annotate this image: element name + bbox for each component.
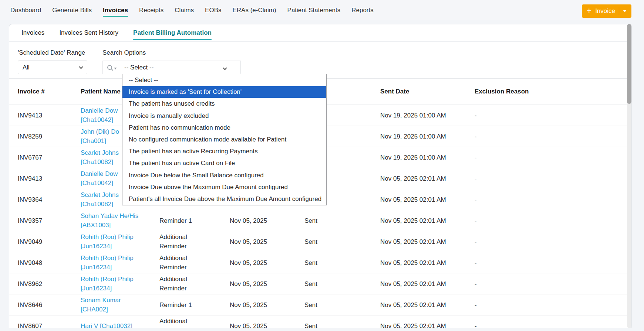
status-cell: Sent	[304, 237, 380, 246]
dropdown-option[interactable]: Invoice Due above the Maximum Due Amount…	[122, 181, 326, 193]
exclusion-reason-cell: -	[475, 153, 631, 162]
sub-tabs: InvoicesInvoices Sent HistoryPatient Bil…	[9, 24, 631, 42]
table-row: INV9357Sohan Yadav He/His [ABX1003]Remin…	[9, 210, 631, 231]
chevron-down-icon	[79, 65, 83, 69]
dropdown-option[interactable]: Invoice Due below the Small Balance conf…	[122, 170, 326, 181]
exclusion-reason-cell: -	[475, 279, 631, 289]
sent-date-cell: Nov 05, 2025 02:01 AM	[380, 174, 475, 183]
chevron-down-icon	[223, 66, 227, 70]
nav-item-dashboard[interactable]: Dashboard	[10, 7, 41, 14]
dropdown-option[interactable]: Invoice is marked as 'Sent for Collectio…	[122, 86, 326, 98]
dropdown-option[interactable]: Patient's all Invoice Due above the Maxi…	[122, 193, 326, 205]
sent-date-cell: Nov 19, 2025 01:00 AM	[380, 153, 475, 162]
invoice-number-cell: INV6767	[18, 153, 81, 162]
sent-date-cell: Nov 05, 2025 02:01 AM	[380, 279, 475, 289]
search-options-select[interactable]: -- Select --	[102, 61, 241, 74]
tab-patient-billing-automation[interactable]: Patient Billing Automation	[133, 24, 212, 41]
exclusion-reason-cell: -	[475, 195, 631, 204]
patient-name-link[interactable]: Sonam Kumar [CHA002]	[81, 296, 159, 314]
search-mode-caret-icon[interactable]	[114, 68, 117, 69]
invoice-number-cell: INV9048	[18, 258, 81, 267]
exclusion-reason-cell: -	[475, 300, 631, 310]
dropdown-option[interactable]: Patient has no communication mode	[122, 122, 326, 134]
scheduled-date-cell: Nov 05, 2025	[230, 237, 304, 246]
nav-item-eobs[interactable]: EOBs	[205, 7, 221, 14]
reminder-type-cell: Additional Reminder	[159, 274, 230, 293]
patient-name-link[interactable]: Rohith (Roo) Philip [Jun16234]	[81, 253, 159, 272]
search-options-dropdown-list: -- Select --Invoice is marked as 'Sent f…	[122, 74, 327, 205]
invoice-number-cell: INV9413	[18, 174, 81, 183]
sent-date-cell: Nov 19, 2025 01:00 AM	[380, 111, 475, 120]
nav-item-eras-e-claim-[interactable]: ERAs (e-Claim)	[233, 7, 276, 14]
scheduled-date-cell: Nov 05, 2025	[230, 300, 304, 310]
status-cell: Sent	[304, 216, 380, 225]
column-header: Exclusion Reason	[475, 88, 631, 95]
invoice-number-cell: INV9413	[18, 111, 81, 120]
filter-bar: 'Scheduled Date' Range Search Options Al…	[9, 42, 631, 78]
sent-date-cell: Nov 05, 2025 02:01 AM	[380, 258, 475, 267]
nav-item-patient-statements[interactable]: Patient Statements	[287, 7, 341, 14]
scheduled-date-cell: Nov 05, 2025	[230, 321, 304, 328]
search-options-label: Search Options	[102, 49, 146, 57]
sent-date-cell: Nov 19, 2025 01:00 AM	[380, 132, 475, 141]
sent-date-cell: Nov 05, 2025 02:01 AM	[380, 195, 475, 204]
exclusion-reason-cell: -	[475, 174, 631, 183]
dropdown-option[interactable]: Invoice is manually excluded	[122, 110, 326, 122]
scheduled-date-cell: Nov 05, 2025	[230, 258, 304, 267]
dropdown-option[interactable]: -- Select --	[122, 74, 326, 86]
patient-name-link[interactable]: Sohan Yadav He/His [ABX1003]	[81, 211, 159, 230]
status-cell: Sent	[304, 258, 380, 267]
column-header: Sent Date	[380, 88, 475, 95]
top-navigation: DashboardGenerate BillsInvoicesReceiptsC…	[0, 0, 644, 20]
nav-item-claims[interactable]: Claims	[175, 7, 194, 14]
exclusion-reason-cell: -	[475, 321, 631, 328]
patient-name-link[interactable]: Rohith (Roo) Philip [Jun16234]	[81, 232, 159, 251]
dropdown-option[interactable]: The patient has unused credits	[122, 98, 326, 110]
nav-item-reports[interactable]: Reports	[351, 7, 374, 14]
reminder-type-cell: Reminder 1	[159, 216, 230, 225]
status-cell: Sent	[304, 300, 380, 310]
vertical-scrollbar-track[interactable]	[627, 24, 631, 328]
tab-invoices[interactable]: Invoices	[21, 24, 44, 41]
nav-item-receipts[interactable]: Receipts	[139, 7, 163, 14]
exclusion-reason-cell: -	[475, 216, 631, 225]
sent-date-cell: Nov 05, 2025 02:01 AM	[380, 300, 475, 310]
exclusion-reason-cell: -	[475, 132, 631, 141]
invoice-number-cell: INV8259	[18, 132, 81, 141]
new-invoice-button[interactable]: + Invoice	[582, 4, 631, 18]
scheduled-date-range-value: All	[23, 64, 30, 71]
plus-icon: +	[587, 5, 591, 16]
scheduled-date-cell: Nov 05, 2025	[230, 279, 304, 289]
search-icon[interactable]	[107, 65, 112, 70]
column-header: Invoice #	[18, 88, 81, 95]
table-row: INV9048Rohith (Roo) Philip [Jun16234]Add…	[9, 252, 631, 273]
nav-item-invoices[interactable]: Invoices	[103, 7, 128, 14]
table-row: INV8962Rohith (Roo) Philip [Jun16234]Add…	[9, 273, 631, 294]
invoice-button-caret-icon[interactable]	[623, 10, 627, 12]
status-cell: Sent	[304, 321, 380, 328]
status-cell: Sent	[304, 279, 380, 289]
table-row: INV8607Hari V [Cha10032]Additional Remin…	[9, 315, 631, 328]
vertical-scrollbar-thumb[interactable]	[627, 24, 631, 104]
dropdown-option[interactable]: The patient has an active Card on File	[122, 157, 326, 169]
patient-name-link[interactable]: Rohith (Roo) Philip [Jun16234]	[81, 274, 159, 293]
dropdown-option[interactable]: No configured communication mode availab…	[122, 134, 326, 146]
nav-item-generate-bills[interactable]: Generate Bills	[52, 7, 92, 14]
patient-name-link[interactable]: Hari V [Cha10032]	[81, 321, 159, 328]
sent-date-cell: Nov 05, 2025 02:01 AM	[380, 216, 475, 225]
reminder-type-cell: Reminder 1	[159, 300, 230, 310]
sent-date-cell: Nov 05, 2025 02:01 AM	[380, 237, 475, 246]
invoice-number-cell: INV8646	[18, 300, 81, 310]
scheduled-date-cell: Nov 05, 2025	[230, 216, 304, 225]
table-row: INV8646Sonam Kumar [CHA002]Reminder 1Nov…	[9, 294, 631, 315]
exclusion-reason-cell: -	[475, 237, 631, 246]
scheduled-date-range-select[interactable]: All	[18, 61, 87, 74]
tab-invoices-sent-history[interactable]: Invoices Sent History	[59, 24, 118, 41]
invoice-number-cell: INV9357	[18, 216, 81, 225]
scheduled-date-range-label: 'Scheduled Date' Range	[18, 49, 85, 57]
sent-date-cell: Nov 05, 2025 02:01 AM	[380, 321, 475, 328]
reminder-type-cell: Additional Reminder	[159, 232, 230, 251]
exclusion-reason-cell: -	[475, 111, 631, 120]
reminder-type-cell: Additional Reminder	[159, 253, 230, 272]
dropdown-option[interactable]: The patient has an active Recurring Paym…	[122, 146, 326, 157]
